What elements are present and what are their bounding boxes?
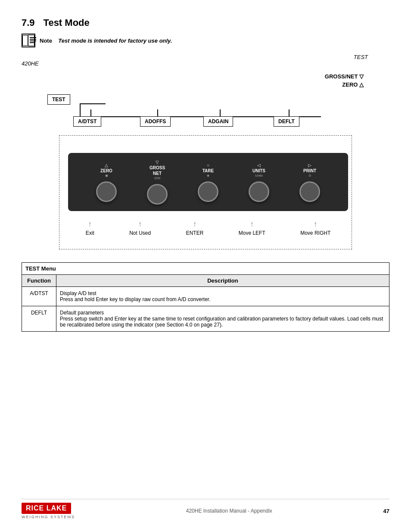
row2-description: Default parameters Press setup switch an… (56, 306, 389, 332)
fn-exit: ↑ Exit (86, 220, 94, 236)
row1-description: Display A/D test Press and hold Enter ke… (56, 287, 389, 306)
function-labels: ↑ Exit ↑ Not Used ↑ ENTER ↑ Move LEFT ↑ … (68, 220, 348, 236)
key-print-button[interactable] (299, 181, 320, 202)
key-gross-net-label: ▽ GROSS NET G/N (149, 159, 165, 180)
section-number: 7.9 (22, 17, 35, 28)
col-description-header: Description (56, 275, 389, 287)
row1-function: A/DTST (22, 287, 56, 306)
key-tare-label: ○ TARE ◈ (202, 162, 214, 178)
logo-text: RICE LAKE (22, 503, 71, 514)
row2-function: DEFLT (22, 306, 56, 332)
fn-exit-arrow: ↑ (88, 220, 92, 229)
fn-move-right-text: Move RIGHT (300, 230, 330, 236)
fn-exit-text: Exit (86, 230, 94, 236)
key-print: ▷ PRINT ⊙ (299, 162, 320, 202)
key-gross-net-button[interactable] (147, 184, 168, 205)
fn-move-right-arrow: ↑ (314, 220, 318, 229)
table-header-row: Function Description (22, 275, 389, 287)
fn-not-used-text: Not Used (129, 230, 151, 236)
note-box: Note Test mode is intended for factory u… (22, 34, 389, 47)
fn-move-left-text: Move LEFT (239, 230, 265, 236)
key-zero-button[interactable] (96, 181, 117, 202)
fn-move-left-arrow: ↑ (250, 220, 254, 229)
key-zero-label: △ ZERO ◉ (100, 162, 112, 178)
table-title-row: TEST Menu (22, 263, 389, 275)
col-function-header: Function (22, 275, 56, 287)
key-tare-button[interactable] (198, 181, 218, 202)
footer-logo: RICE LAKE WEIGHING SYSTEMS (22, 503, 75, 519)
note-label: Note (40, 37, 52, 44)
zero-label: ZERO △ (325, 81, 364, 88)
logo-sub: WEIGHING SYSTEMS (22, 515, 75, 519)
key-tare: ○ TARE ◈ (198, 162, 218, 202)
menu-node-adoffs: ADOFFS (140, 116, 171, 127)
key-units-button[interactable] (249, 181, 269, 202)
test-menu-table: TEST Menu Function Description A/DTST Di… (22, 262, 389, 332)
row1-desc-line1: Display A/D test (60, 290, 386, 296)
fn-enter-text: ENTER (186, 230, 204, 236)
model-label: 420HE (22, 60, 389, 67)
key-print-label: ▷ PRINT ⊙ (303, 162, 316, 178)
fn-move-right: ↑ Move RIGHT (300, 220, 330, 236)
key-labels: GROSS/NET ▽ ZERO △ (325, 73, 364, 88)
note-icon (22, 34, 35, 47)
table-title: TEST Menu (22, 263, 389, 275)
note-content: Test mode is intended for factory use on… (58, 37, 172, 44)
menu-node-deflt: DEFLT (274, 116, 299, 127)
section-title: Test Mode (44, 17, 90, 28)
row1-desc-line2: Press and hold Enter key to display raw … (60, 296, 386, 302)
table-row: DEFLT Default parameters Press setup swi… (22, 306, 389, 332)
page-label: TEST (354, 54, 368, 60)
table-row: A/DTST Display A/D test Press and hold E… (22, 287, 389, 306)
footer-page-number: 47 (383, 508, 389, 514)
row2-desc-line1: Default parameters (60, 310, 386, 316)
menu-tree-diagram: TEST A/DTST ADOFFS ADGAIN DEFLT (47, 92, 389, 131)
note-text: Note Test mode is intended for factory u… (40, 37, 172, 44)
menu-node-adtst: A/DTST (73, 116, 101, 127)
row2-desc-line2: Press setup switch and Enter key at the … (60, 316, 386, 328)
fn-move-left: ↑ Move LEFT (239, 220, 265, 236)
key-gross-net: ▽ GROSS NET G/N (147, 159, 168, 205)
menu-node-adgain: ADGAIN (203, 116, 233, 127)
gross-net-label: GROSS/NET ▽ (325, 73, 364, 80)
footer-center-text: 420HE Installation Manual - Appendix (186, 508, 272, 514)
menu-node-test: TEST (47, 94, 70, 105)
dashed-box: △ ZERO ◉ ▽ GROSS NET G/N ○ (59, 135, 352, 249)
page-footer: RICE LAKE WEIGHING SYSTEMS 420HE Install… (22, 499, 389, 519)
fn-not-used-arrow: ↑ (138, 220, 142, 229)
keypad-panel: △ ZERO ◉ ▽ GROSS NET G/N ○ (68, 153, 348, 211)
fn-enter-arrow: ↑ (193, 220, 196, 229)
fn-enter: ↑ ENTER (186, 220, 204, 236)
key-units: ◁ UNITS Units (249, 162, 269, 202)
key-zero: △ ZERO ◉ (96, 162, 117, 202)
fn-not-used: ↑ Not Used (129, 220, 151, 236)
section-header: 7.9 Test Mode (22, 17, 389, 28)
key-units-label: ◁ UNITS Units (252, 162, 265, 178)
